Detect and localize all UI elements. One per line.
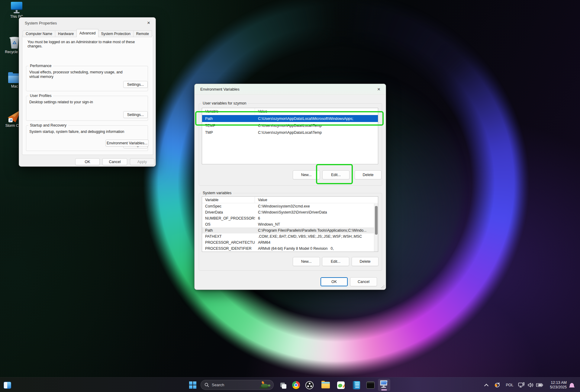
table-row[interactable]: Path C:\Program Files\Parallels\Parallel… (202, 227, 378, 233)
cancel-button[interactable]: Cancel (102, 158, 127, 165)
table-row[interactable]: TEMP C:\Users\szymon\AppData\Local\Temp (202, 122, 378, 129)
dialog-title: System Properties (19, 21, 57, 25)
table-header[interactable]: Variable Value (202, 197, 378, 203)
active-app-indicator (381, 389, 387, 390)
ok-button[interactable]: OK (75, 158, 100, 165)
tray-clock[interactable]: 12:13 AM 5/23/2025 (544, 378, 567, 392)
user-edit-button[interactable]: Edit... (322, 170, 350, 179)
column-header-variable[interactable]: Variable (202, 197, 255, 203)
recycle-symbol-icon (12, 41, 17, 46)
environment-variables-button[interactable]: Environment Variables... (105, 140, 149, 146)
display-pen-icon (518, 382, 525, 388)
tab-remote[interactable]: Remote (134, 31, 152, 37)
system-computer-icon: ✓ (380, 380, 388, 388)
system-edit-button[interactable]: Edit... (322, 257, 349, 266)
sync-icon (494, 382, 501, 388)
performance-group: Performance Visual effects, processor sc… (26, 66, 148, 91)
user-profiles-settings-button[interactable]: Settings... (123, 111, 148, 118)
table-row[interactable]: ComSpec C:\Windows\system32\cmd.exe (202, 203, 378, 209)
file-explorer-icon (321, 382, 330, 388)
table-row[interactable]: NUMBER_OF_PROCESSORS 6 (202, 215, 378, 221)
ok-button[interactable]: OK (321, 277, 348, 286)
column-header-value[interactable]: Value (255, 108, 378, 115)
search-input[interactable]: Search (201, 380, 274, 390)
taskbar-system-properties-button-active[interactable]: ✓ (378, 379, 390, 391)
taskbar-file-explorer-button[interactable] (321, 380, 330, 390)
taskbar-terminal-button[interactable] (366, 380, 375, 390)
group-title: System variables (201, 191, 233, 195)
column-header-value[interactable]: Value (255, 197, 378, 203)
scrollbar-thumb[interactable] (375, 206, 378, 235)
cancel-button[interactable]: Cancel (350, 277, 377, 286)
tab-system-protection[interactable]: System Protection (98, 31, 133, 37)
table-row[interactable]: DriverData C:\Windows\System32\Drivers\D… (202, 209, 378, 215)
taskbar: Search (0, 377, 580, 392)
group-title: Performance (28, 64, 53, 68)
photos-icon (337, 381, 345, 389)
table-row[interactable]: PROCESSOR_ARCHITECTURE ARM64 (202, 239, 378, 246)
search-icon (205, 383, 209, 387)
close-icon[interactable]: × (145, 20, 152, 26)
group-title: Startup and Recovery (28, 123, 68, 127)
environment-variables-titlebar[interactable]: Environment Variables (195, 84, 386, 95)
this-pc-icon (5, 2, 28, 13)
performance-settings-button[interactable]: Settings... (123, 81, 148, 88)
tray-sync-button[interactable] (493, 378, 501, 392)
table-row[interactable]: Path C:\Users\szymon\AppData\Local\Micro… (202, 115, 378, 122)
tab-hardware[interactable]: Hardware (55, 31, 77, 37)
group-description: Visual effects, processor scheduling, me… (29, 70, 129, 79)
taskbar-photos-button[interactable] (336, 380, 346, 390)
taskbar-chrome-button[interactable] (291, 380, 301, 390)
group-title: User variables for szymon (201, 101, 248, 105)
user-new-button[interactable]: New... (293, 170, 320, 179)
sync-status-dot (495, 384, 497, 387)
admin-note: You must be logged on as an Administrato… (27, 40, 148, 48)
user-profiles-group: User Profiles Desktop settings related t… (26, 96, 148, 121)
tab-advanced[interactable]: Advanced (76, 29, 98, 37)
user-delete-button[interactable]: Delete (355, 170, 382, 179)
resize-grip[interactable] (381, 285, 385, 288)
vertical-scrollbar[interactable] (374, 204, 378, 252)
tab-computer-name[interactable]: Computer Name (23, 31, 55, 37)
tray-display-button[interactable] (517, 378, 526, 392)
table-header[interactable]: Variable Value (202, 108, 378, 115)
table-row[interactable]: OS Windows_NT (202, 221, 378, 227)
search-daily-image-turtle-icon (259, 381, 271, 389)
taskbar-obs-button[interactable] (304, 380, 314, 390)
group-title: User Profiles (28, 94, 53, 98)
dialog-title: Environment Variables (195, 87, 240, 92)
group-description: Desktop settings related to your sign-in (29, 100, 129, 104)
tray-notification-button[interactable] (568, 378, 576, 392)
desktop-icon-this-pc[interactable]: This PC (5, 2, 28, 19)
system-properties-dialog: System Properties × Computer Name Hardwa… (19, 17, 156, 167)
table-row[interactable]: PATHEXT .COM;.EXE;.BAT;.CMD;.VBS;.VBE;.J… (202, 233, 378, 239)
table-row[interactable]: PROCESSOR_IDENTIFIER ARMv8 (64-bit) Fami… (202, 246, 378, 252)
table-row[interactable]: TMP C:\Users\szymon\AppData\Local\Temp (202, 129, 378, 136)
notepad-icon (353, 381, 360, 389)
taskbar-widgets-button[interactable] (2, 380, 12, 390)
system-properties-titlebar[interactable]: System Properties (19, 18, 156, 28)
taskbar-notepad-button[interactable] (352, 380, 361, 390)
battery-charging-icon (536, 383, 543, 387)
apply-button[interactable]: Apply (130, 158, 154, 165)
tray-chevron-up-button[interactable] (483, 378, 490, 392)
close-icon[interactable]: × (375, 86, 382, 93)
task-view-button[interactable] (278, 380, 288, 390)
desktop: This PC Recycle Bin Mac Storm Co... (0, 0, 580, 392)
column-header-variable[interactable]: Variable (202, 108, 255, 115)
widgets-icon (4, 382, 11, 389)
tab-strip: Computer Name Hardware Advanced System P… (23, 29, 152, 37)
startup-recovery-group: Startup and Recovery System startup, sys… (26, 125, 148, 151)
user-variables-table: Variable Value Path C:\Users\szymon\AppD… (202, 108, 378, 164)
search-placeholder: Search (212, 383, 259, 387)
clock-time: 12:13 AM (550, 381, 567, 385)
tray-language-indicator[interactable]: POL (504, 378, 515, 392)
tray-battery-button[interactable] (535, 378, 544, 392)
start-button[interactable] (188, 380, 198, 390)
tray-volume-button[interactable] (527, 378, 535, 392)
advanced-tab-page: You must be logged on as an Administrato… (22, 35, 153, 155)
speaker-icon (527, 382, 534, 388)
system-new-button[interactable]: New... (293, 257, 320, 266)
system-delete-button[interactable]: Delete (352, 257, 379, 266)
shortcut-arrow-icon (8, 118, 13, 122)
